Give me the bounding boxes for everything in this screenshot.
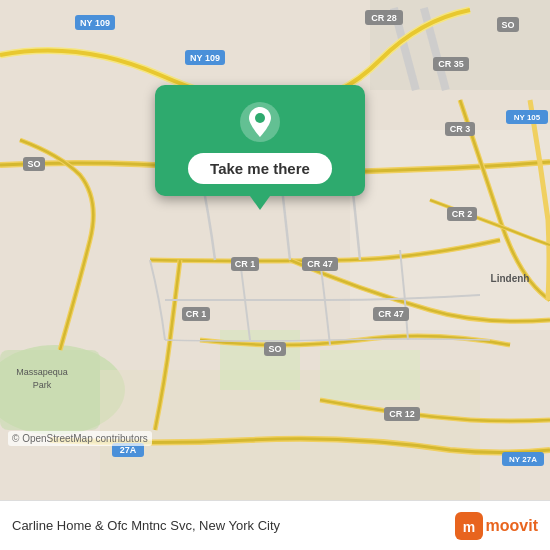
moovit-logo: m moovit: [455, 512, 538, 540]
svg-text:CR 28: CR 28: [371, 13, 397, 23]
svg-text:NY 105: NY 105: [514, 113, 541, 122]
map-container: NY 109 NY 109 NY 109 CR 28 SO CR 35 CR 3…: [0, 0, 550, 500]
svg-text:SO: SO: [501, 20, 514, 30]
svg-text:CR 12: CR 12: [389, 409, 415, 419]
moovit-text: moovit: [486, 517, 538, 535]
popup-card: Take me there: [155, 85, 365, 196]
svg-text:Lindenh: Lindenh: [491, 273, 530, 284]
svg-text:m: m: [462, 519, 474, 535]
svg-text:CR 1: CR 1: [235, 259, 256, 269]
svg-rect-2: [0, 350, 100, 430]
svg-text:Massapequa: Massapequa: [16, 367, 68, 377]
svg-text:CR 35: CR 35: [438, 59, 464, 69]
location-info: Carline Home & Ofc Mntnc Svc, New York C…: [12, 518, 280, 533]
svg-rect-8: [220, 330, 300, 390]
svg-point-50: [255, 113, 265, 123]
svg-text:CR 1: CR 1: [186, 309, 207, 319]
svg-text:CR 47: CR 47: [307, 259, 333, 269]
svg-text:CR 47: CR 47: [378, 309, 404, 319]
svg-text:SO: SO: [27, 159, 40, 169]
moovit-icon: m: [455, 512, 483, 540]
location-pin-icon: [239, 101, 281, 143]
copyright-text: © OpenStreetMap contributors: [8, 431, 152, 446]
svg-text:Park: Park: [33, 380, 52, 390]
svg-text:NY 109: NY 109: [80, 18, 110, 28]
svg-text:CR 2: CR 2: [452, 209, 473, 219]
svg-rect-9: [320, 350, 420, 400]
svg-text:SO: SO: [268, 344, 281, 354]
svg-text:CR 3: CR 3: [450, 124, 471, 134]
svg-text:27A: 27A: [120, 445, 137, 455]
bottom-bar: Carline Home & Ofc Mntnc Svc, New York C…: [0, 500, 550, 550]
svg-text:NY 109: NY 109: [190, 53, 220, 63]
svg-text:NY 27A: NY 27A: [509, 455, 537, 464]
take-me-there-button[interactable]: Take me there: [188, 153, 332, 184]
